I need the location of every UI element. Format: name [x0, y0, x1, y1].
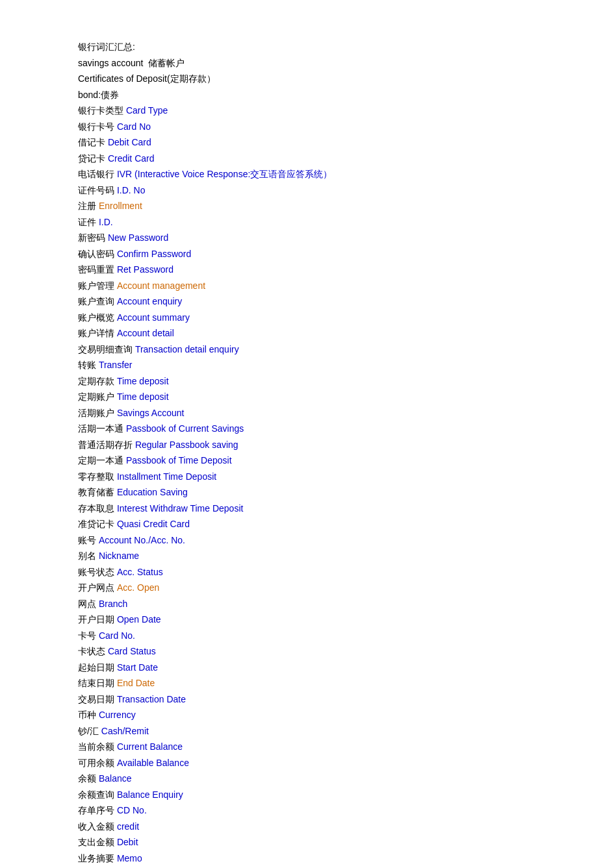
entry-11: 证件 I.D.: [78, 214, 533, 230]
en-30: Quasi Credit Card: [117, 519, 190, 529]
en-23: Savings Account: [117, 408, 185, 418]
entry-39: 起始日期 Start Date: [78, 660, 533, 676]
en-25: Regular Passbook saving: [135, 440, 238, 450]
en-10: Enrollment: [99, 201, 142, 211]
en-21: Time deposit: [117, 376, 169, 386]
zh-3: bond:债券: [78, 90, 119, 100]
en-43: Cash/Remit: [101, 726, 149, 736]
zh-25: 普通活期存折: [78, 440, 135, 450]
en-14: Ret Password: [117, 264, 173, 275]
en-34: Acc. Open: [117, 582, 159, 593]
en-31: Account No./Acc. No.: [99, 535, 185, 545]
en-42: Currency: [99, 710, 136, 720]
en-39: Start Date: [117, 662, 158, 673]
entry-12: 新密码 New Password: [78, 230, 533, 246]
en-11: I.D.: [99, 217, 113, 227]
en-38: Card Status: [108, 646, 156, 656]
zh-39: 起始日期: [78, 662, 117, 673]
zh-18: 账户详情: [78, 328, 117, 338]
en-22: Time deposit: [117, 391, 169, 402]
entry-48: 存单序号 CD No.: [78, 802, 533, 819]
entry-40: 结束日期 End Date: [78, 675, 533, 691]
zh-50: 支出金额: [78, 837, 117, 847]
en-46: Balance: [99, 773, 132, 784]
zh-43: 钞/汇: [78, 726, 101, 736]
zh-5: 银行卡号: [78, 121, 117, 132]
en-13: Confirm Password: [117, 249, 191, 259]
en-19: Transaction detail enquiry: [135, 344, 239, 354]
entry-41: 交易日期 Transaction Date: [78, 691, 533, 708]
zh-24: 活期一本通: [78, 423, 126, 434]
zh-6: 借记卡: [78, 137, 108, 147]
zh-10: 注册: [78, 201, 99, 211]
entry-49: 收入金额 credit: [78, 819, 533, 835]
zh-14: 密码重置: [78, 264, 117, 275]
entry-44: 当前余额 Current Balance: [78, 739, 533, 755]
en-4: Card Type: [126, 105, 168, 116]
zh-33: 账号状态: [78, 567, 117, 577]
zh-22: 定期账户: [78, 391, 117, 402]
zh-21: 定期存款: [78, 376, 117, 386]
entry-6: 借记卡 Debit Card: [78, 134, 533, 151]
entry-29: 存本取息 Interest Withdraw Time Deposit: [78, 501, 533, 517]
en-32: Nickname: [99, 551, 139, 561]
entry-4: 银行卡类型 Card Type: [78, 103, 533, 119]
zh-16: 账户查询: [78, 296, 117, 306]
zh-2: Certificates of Deposit(定期存款）: [78, 73, 216, 84]
en-36: Open Date: [117, 614, 161, 625]
zh-8: 电话银行: [78, 169, 117, 179]
en-16: Account enquiry: [117, 296, 182, 306]
entry-16: 账户查询 Account enquiry: [78, 293, 533, 310]
entry-24: 活期一本通 Passbook of Current Savings: [78, 421, 533, 437]
entry-3: bond:债券: [78, 87, 533, 103]
entry-5: 银行卡号 Card No: [78, 119, 533, 135]
zh-31: 账号: [78, 535, 99, 545]
zh-35: 网点: [78, 599, 99, 609]
zh-46: 余额: [78, 773, 99, 784]
zh-36: 开户日期: [78, 614, 117, 625]
entry-31: 账号 Account No./Acc. No.: [78, 532, 533, 549]
entry-13: 确认密码 Confirm Password: [78, 246, 533, 262]
entry-25: 普通活期存折 Regular Passbook saving: [78, 437, 533, 453]
en-44: Current Balance: [117, 741, 183, 752]
entry-51: 业务摘要 Memo: [78, 850, 533, 867]
en-50: Debit: [117, 837, 138, 847]
entry-23: 活期账户 Savings Account: [78, 405, 533, 421]
en-35: Branch: [99, 599, 127, 609]
zh-7: 贷记卡: [78, 153, 108, 164]
zh-1: savings account 储蓄帐户: [78, 58, 185, 68]
zh-28: 教育储蓄: [78, 487, 117, 497]
en-8: IVR (Interactive Voice Response:交互语音应答系统…: [117, 169, 332, 179]
entry-35: 网点 Branch: [78, 596, 533, 612]
zh-29: 存本取息: [78, 503, 117, 514]
entry-33: 账号状态 Acc. Status: [78, 564, 533, 580]
en-41: Transaction Date: [117, 694, 186, 704]
en-27: Installment Time Deposit: [117, 471, 216, 482]
zh-48: 存单序号: [78, 805, 117, 815]
en-33: Acc. Status: [117, 567, 163, 577]
entry-47: 余额查询 Balance Enquiry: [78, 787, 533, 803]
zh-11: 证件: [78, 217, 99, 227]
entry-50: 支出金额 Debit: [78, 834, 533, 850]
en-5: Card No: [117, 121, 151, 132]
en-29: Interest Withdraw Time Deposit: [117, 503, 244, 514]
entry-45: 可用余额 Available Balance: [78, 755, 533, 771]
zh-4: 银行卡类型: [78, 105, 126, 116]
en-24: Passbook of Current Savings: [126, 423, 244, 434]
entry-32: 别名 Nickname: [78, 548, 533, 564]
en-9: I.D. No: [117, 185, 146, 195]
en-7: Credit Card: [108, 153, 155, 164]
entry-42: 币种 Currency: [78, 707, 533, 723]
zh-49: 收入金额: [78, 821, 117, 832]
glossary-title: 银行词汇汇总:: [78, 39, 533, 55]
entry-15: 账户管理 Account management: [78, 278, 533, 294]
zh-26: 定期一本通: [78, 455, 126, 465]
entry-38: 卡状态 Card Status: [78, 643, 533, 660]
en-49: credit: [117, 821, 139, 832]
zh-34: 开户网点: [78, 582, 117, 593]
en-18: Account detail: [117, 328, 174, 338]
entry-21: 定期存款 Time deposit: [78, 373, 533, 390]
en-15: Account management: [117, 280, 205, 291]
zh-32: 别名: [78, 551, 99, 561]
entry-19: 交易明细查询 Transaction detail enquiry: [78, 341, 533, 358]
